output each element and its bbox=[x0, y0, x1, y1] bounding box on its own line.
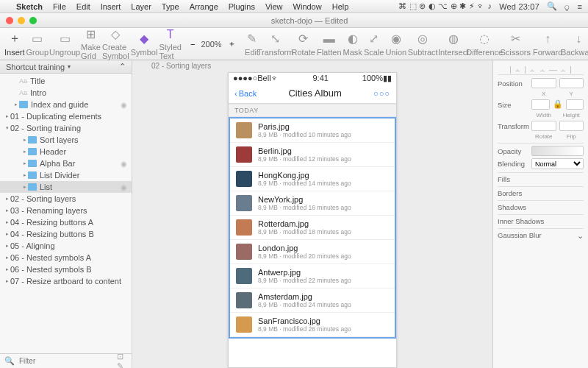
toolbtn-rotate[interactable]: ⟳Rotate bbox=[292, 29, 315, 60]
toolbtn-flatten[interactable]: ▬Flatten bbox=[317, 29, 342, 60]
menu-type[interactable]: Type bbox=[162, 2, 179, 11]
disclosure-icon[interactable]: ▸ bbox=[4, 266, 10, 272]
toolbtn-forward[interactable]: ↑Forward bbox=[533, 29, 562, 60]
disclosure-icon[interactable]: ▸ bbox=[13, 102, 19, 107]
visibility-icon[interactable]: ◉ bbox=[121, 101, 127, 109]
pages-header[interactable]: Shortcut training▾ ⌃ bbox=[0, 60, 132, 74]
toolbtn-styled-text[interactable]: TStyled Text bbox=[159, 29, 182, 60]
layer-row[interactable]: ▸04 - Resizing buttons A bbox=[0, 216, 132, 228]
layer-row[interactable]: ▸List Divider bbox=[0, 169, 132, 181]
menubar-list-icon[interactable]: ≡ bbox=[577, 2, 582, 11]
menu-help[interactable]: Help bbox=[332, 2, 349, 11]
layer-row[interactable]: AaIntro bbox=[0, 87, 132, 99]
toolbtn-insert[interactable]: ＋Insert bbox=[4, 29, 25, 60]
zoom-level[interactable]: 200% bbox=[201, 40, 221, 49]
layer-row[interactable]: ▸06 - Nested symbols A bbox=[0, 252, 132, 263]
layer-row[interactable]: ▸01 - Duplicating elements bbox=[0, 110, 132, 122]
disclosure-icon[interactable]: ▸ bbox=[4, 255, 10, 261]
w-field[interactable] bbox=[531, 99, 550, 110]
toolbtn-union[interactable]: ◉Union bbox=[385, 29, 406, 60]
app-name[interactable]: Sketch bbox=[16, 2, 43, 11]
blending-select[interactable]: Normal bbox=[531, 158, 584, 169]
inspector-section[interactable]: Borders bbox=[498, 186, 584, 197]
layer-row[interactable]: ▸07 - Resize artboard to content bbox=[0, 275, 132, 287]
layer-row[interactable]: ▸02 - Sorting layers bbox=[0, 193, 132, 205]
disclosure-icon[interactable]: ▸ bbox=[4, 243, 10, 249]
artboard-label[interactable]: 02 - Sorting layers bbox=[151, 62, 211, 70]
artboard[interactable]: ●●●●○ Bell ᯤ 9:41 100% ▮▮ ‹Back Cities A… bbox=[228, 72, 397, 368]
menubar-user-icon[interactable]: ⍜ bbox=[564, 2, 570, 11]
layer-row[interactable]: ▸03 - Renaming layers bbox=[0, 205, 132, 216]
visibility-icon[interactable]: ◉ bbox=[121, 160, 127, 168]
toolbtn-ungroup[interactable]: ▭Ungroup bbox=[50, 29, 79, 60]
disclosure-icon[interactable]: ▸ bbox=[22, 160, 28, 166]
layer-row[interactable]: ▸Alpha Bar◉ bbox=[0, 158, 132, 169]
list-item[interactable]: Berlin.jpg8,9 MB · modified 12 minutes a… bbox=[230, 143, 395, 167]
flip-field[interactable] bbox=[559, 121, 584, 131]
align-toolbar[interactable]: | ⫠ | ⫠ ⫠ — ⫠ | bbox=[498, 63, 584, 75]
spotlight-icon[interactable]: 🔍 bbox=[547, 1, 557, 11]
menu-insert[interactable]: Insert bbox=[101, 2, 121, 11]
disclosure-icon[interactable]: ▸ bbox=[22, 172, 28, 178]
menu-file[interactable]: File bbox=[53, 2, 66, 11]
layer-row[interactable]: ▸04 - Resizing buttons B bbox=[0, 228, 132, 240]
menu-plugins[interactable]: Plugins bbox=[229, 2, 255, 11]
disclosure-icon[interactable]: ▸ bbox=[4, 231, 10, 237]
lock-icon[interactable]: 🔒 bbox=[553, 99, 563, 110]
y-field[interactable] bbox=[559, 78, 584, 88]
disclosure-icon[interactable]: ▸ bbox=[22, 184, 28, 190]
list-item[interactable]: Amsterdam.jpg8,9 MB · modified 24 minute… bbox=[230, 289, 395, 313]
disclosure-icon[interactable]: ▾ bbox=[4, 125, 10, 131]
inspector-section[interactable]: Inner Shadows bbox=[498, 214, 584, 225]
disclosure-icon[interactable]: ▸ bbox=[4, 219, 10, 225]
traffic-lights[interactable] bbox=[6, 17, 37, 24]
list-item[interactable]: London.jpg8,9 MB · modified 20 minutes a… bbox=[230, 240, 395, 264]
inspector-section[interactable]: Fills bbox=[498, 172, 584, 183]
toolbtn-subtract[interactable]: ◎Subtract bbox=[408, 29, 437, 60]
layer-row[interactable]: ▸Header bbox=[0, 146, 132, 158]
toolbtn-scale[interactable]: ⤢Scale bbox=[364, 29, 384, 60]
rotate-field[interactable] bbox=[531, 121, 556, 131]
list-item[interactable]: Paris.jpg8,9 MB · modified 10 minutes ag… bbox=[230, 118, 395, 143]
toolbtn-backward[interactable]: ↓Backward bbox=[564, 29, 588, 60]
menu-edit[interactable]: Edit bbox=[76, 2, 90, 11]
list-item[interactable]: Antwerp.jpg8,9 MB · modified 22 minutes … bbox=[230, 264, 395, 289]
menu-arrange[interactable]: Arrange bbox=[190, 2, 218, 11]
collapse-icon[interactable]: ⌃ bbox=[119, 62, 126, 71]
toolbtn-transform[interactable]: ⤡Transform bbox=[261, 29, 290, 60]
visibility-icon[interactable]: ◉ bbox=[121, 183, 127, 191]
h-field[interactable] bbox=[566, 99, 584, 110]
disclosure-icon[interactable]: ▸ bbox=[4, 196, 10, 202]
disclosure-icon[interactable]: ▸ bbox=[22, 149, 28, 155]
list-item[interactable]: Rotterdam.jpg8,9 MB · modified 18 minute… bbox=[230, 216, 395, 240]
layer-row[interactable]: ▸05 - Aligning bbox=[0, 240, 132, 252]
toolbtn-create-symbol[interactable]: ◇Create Symbol bbox=[102, 29, 129, 60]
zoom-in[interactable]: ＋ bbox=[228, 38, 236, 49]
toolbtn-mask[interactable]: ◐Mask bbox=[343, 29, 362, 60]
canvas[interactable]: 02 - Sorting layers ●●●●○ Bell ᯤ 9:41 10… bbox=[132, 60, 492, 368]
toolbtn-difference[interactable]: ◌Difference bbox=[470, 29, 499, 60]
menu-window[interactable]: Window bbox=[293, 2, 322, 11]
layer-row[interactable]: ▾02 - Sorting training bbox=[0, 122, 132, 134]
layer-row[interactable]: ▸List◉ bbox=[0, 181, 132, 193]
menu-layer[interactable]: Layer bbox=[131, 2, 151, 11]
list-item[interactable]: HongKong.jpg8,9 MB · modified 14 minutes… bbox=[230, 167, 395, 191]
layer-row[interactable]: AaTitle bbox=[0, 75, 132, 87]
zoom-out[interactable]: − bbox=[190, 40, 195, 49]
opacity-slider[interactable] bbox=[531, 146, 584, 156]
nav-more-icon[interactable]: ○○○ bbox=[373, 89, 390, 98]
filter-options-icon[interactable]: ⊡ ✎ bbox=[117, 352, 127, 369]
inspector-section[interactable]: Shadows bbox=[498, 200, 584, 211]
inspector-section[interactable]: Gaussian Blur ⌄ bbox=[498, 228, 584, 239]
menu-view[interactable]: View bbox=[265, 2, 283, 11]
toolbtn-intersect[interactable]: ◍Intersect bbox=[439, 29, 468, 60]
x-field[interactable] bbox=[531, 78, 556, 88]
list-item[interactable]: SanFrancisco.jpg8,9 MB · modified 26 min… bbox=[230, 313, 395, 337]
toolbtn-group[interactable]: ▭Group bbox=[26, 29, 49, 60]
disclosure-icon[interactable]: ▸ bbox=[4, 208, 10, 213]
layer-row[interactable]: ▸Index and guide◉ bbox=[0, 99, 132, 110]
disclosure-icon[interactable]: ▸ bbox=[22, 137, 28, 143]
filter-input[interactable] bbox=[19, 357, 112, 365]
disclosure-icon[interactable]: ▸ bbox=[4, 113, 10, 119]
toolbtn-make-grid[interactable]: ⊞Make Grid bbox=[81, 29, 101, 60]
